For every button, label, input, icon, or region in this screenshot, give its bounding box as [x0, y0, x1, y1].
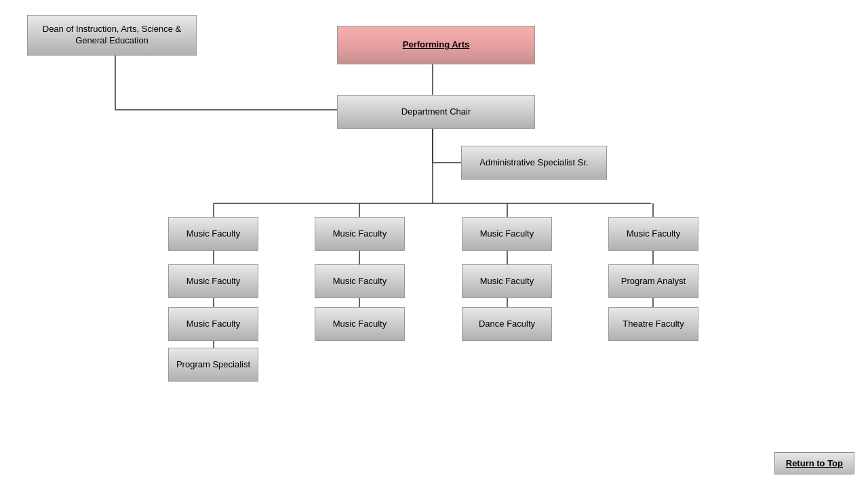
col2-node-2: Music Faculty [315, 264, 405, 298]
col1-node-3: Music Faculty [168, 307, 258, 341]
dean-node: Dean of Instruction, Arts, Science & Gen… [27, 15, 197, 56]
col3-node-3: Dance Faculty [462, 307, 552, 341]
col4-node-2: Program Analyst [608, 264, 698, 298]
col1-node-4: Program Specialist [168, 348, 258, 382]
col4-node-1: Music Faculty [608, 217, 698, 251]
dept-chair-label: Department Chair [401, 106, 471, 118]
col2-node-1: Music Faculty [315, 217, 405, 251]
performing-arts-label: Performing Arts [403, 39, 469, 51]
admin-specialist-node: Administrative Specialist Sr. [461, 146, 607, 180]
admin-specialist-label: Administrative Specialist Sr. [479, 157, 588, 169]
col3-node-1: Music Faculty [462, 217, 552, 251]
dept-chair-node: Department Chair [337, 95, 535, 129]
connector-lines [0, 0, 868, 488]
col1-node-2: Music Faculty [168, 264, 258, 298]
return-to-top-button[interactable]: Return to Top [774, 452, 854, 474]
col1-node-1: Music Faculty [168, 217, 258, 251]
performing-arts-node: Performing Arts [337, 26, 535, 64]
col4-node-3: Theatre Faculty [608, 307, 698, 341]
org-chart: Dean of Instruction, Arts, Science & Gen… [0, 0, 868, 488]
col2-node-3: Music Faculty [315, 307, 405, 341]
col3-node-2: Music Faculty [462, 264, 552, 298]
